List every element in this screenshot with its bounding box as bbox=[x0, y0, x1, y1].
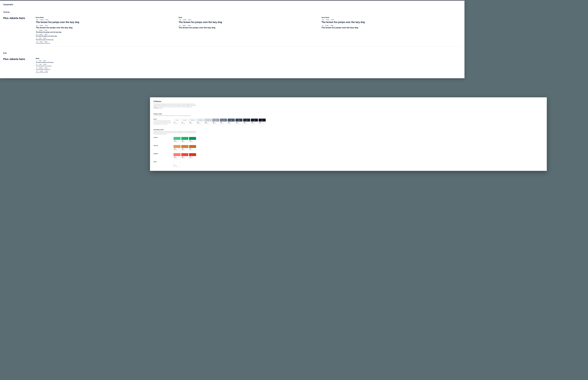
hex: #D0D5DD bbox=[205, 123, 211, 124]
step: 800 bbox=[244, 122, 250, 123]
step: 500 bbox=[220, 122, 226, 123]
hex: #E4E7EC bbox=[197, 123, 203, 124]
headings-row: Plus Jakarta Sans Extra BoldXXL47.78px50… bbox=[3, 17, 461, 44]
step: 400 bbox=[174, 157, 180, 157]
hex: #0C111D bbox=[259, 123, 265, 124]
chip: - bbox=[189, 145, 196, 148]
step: 400 bbox=[174, 149, 180, 149]
size-tags: XL39.81px50 line bbox=[321, 25, 461, 26]
brand-label: Brand bbox=[154, 118, 172, 120]
rating: - bbox=[192, 146, 193, 147]
rating: AA 4.95 bbox=[222, 120, 225, 121]
chip: - bbox=[174, 137, 181, 140]
rating: - bbox=[177, 154, 177, 155]
tag: 42 line bbox=[44, 30, 48, 31]
palette-label: Positive bbox=[154, 137, 172, 143]
tag: M bbox=[36, 64, 38, 65]
chip: AA 4.63 bbox=[181, 119, 188, 121]
tag: 13.33px bbox=[38, 67, 43, 69]
rating: AA 4.49 bbox=[191, 120, 194, 121]
swatch-brand-300: 1.48300#D0D5DD bbox=[204, 118, 212, 125]
tag: 50 line bbox=[188, 19, 192, 20]
tag: 16px bbox=[39, 64, 42, 65]
weight-title: Bold bbox=[179, 17, 319, 18]
rating: 2.58 bbox=[215, 120, 217, 121]
sample-text: The brown fox jumps over the lazy dog bbox=[36, 31, 176, 33]
hex: #DF9B58 bbox=[174, 149, 180, 150]
tag: XXL bbox=[179, 19, 182, 20]
size-tags: S13.33px17 line bbox=[36, 67, 461, 69]
row-name: Negative bbox=[154, 153, 172, 154]
swatch-positive-400: -400#DF9B58 bbox=[173, 137, 181, 143]
tag: L bbox=[36, 30, 38, 31]
tag: XL bbox=[321, 25, 324, 26]
chip: - bbox=[181, 153, 188, 156]
swatch-brand-50: AA 4.6350#F9FAFB bbox=[181, 118, 188, 125]
sample-text: The brown fox jumps over the lazy dog bbox=[36, 69, 461, 70]
rating: AA 4.63 bbox=[183, 120, 186, 121]
size-tags: M27.65px35 line bbox=[36, 34, 176, 35]
hex: #F2F4F7 bbox=[190, 123, 195, 124]
chip: AAA bbox=[236, 119, 242, 121]
chip: AAA bbox=[259, 119, 266, 121]
tag: S bbox=[36, 38, 38, 39]
swatch-negative-600: -600#CA692C bbox=[189, 153, 196, 159]
swatch-positive-500: -500#D88037 bbox=[181, 137, 188, 143]
tag: 27.65px bbox=[39, 34, 43, 35]
swatches: -400#DF9B58-500#D88037-600#CA692C bbox=[173, 137, 536, 143]
tag: XL bbox=[179, 25, 181, 26]
sample-text: The brown fox jumps over the lazy dog bbox=[36, 65, 461, 66]
swatches: -400#DF9B58-500#D88037-600#CA692C bbox=[173, 145, 536, 151]
hex: #D88037 bbox=[182, 141, 188, 142]
step: 700 bbox=[236, 122, 242, 123]
hex: #D88037 bbox=[182, 157, 188, 158]
tag: XXL bbox=[321, 19, 325, 20]
weight-title: Semi Bold bbox=[321, 17, 461, 18]
sample-text: The brown fox jumps over the lazy dog bbox=[36, 62, 461, 63]
rating: - bbox=[192, 138, 193, 139]
swatch-brand-500: AA 4.95500#667085 bbox=[220, 118, 227, 125]
step: 500 bbox=[182, 149, 188, 149]
rating: - bbox=[184, 138, 185, 139]
tag: 20 line bbox=[43, 64, 47, 65]
wcag-link[interactable]: WCAG 2.1 bbox=[154, 106, 158, 107]
palette-row-warning: Warning-400#DF9B58-500#D88037-600#CA692C bbox=[154, 145, 536, 151]
hex: #CA692C bbox=[190, 157, 195, 158]
typography-card: Typography Headings Plus Jakarta Sans Ex… bbox=[0, 0, 464, 78]
weight-title: Extra Bold bbox=[36, 17, 176, 18]
rating: 3.99 bbox=[200, 120, 201, 121]
rating: - bbox=[177, 138, 177, 139]
headings-label: Headings bbox=[3, 11, 461, 13]
typography-title: Typography bbox=[3, 3, 461, 5]
rating: AAA bbox=[261, 120, 263, 121]
tag: 24 line bbox=[44, 41, 48, 42]
hex: #F9FAFB bbox=[182, 123, 188, 124]
chip-white: - bbox=[174, 161, 181, 164]
hex: #CA692C bbox=[190, 141, 195, 142]
font-name-headings: Plus Jakarta Sans bbox=[3, 17, 36, 44]
body-weight-col: BoldL18px23 lineThe brown fox jumps over… bbox=[36, 57, 461, 73]
sample-text: The brown fox jumps over the lazy dog bbox=[179, 26, 319, 29]
step: 25 bbox=[174, 122, 180, 123]
rating: - bbox=[184, 154, 185, 155]
rating: AAA bbox=[238, 120, 240, 121]
white-row: White - 0 #FFFFFF bbox=[154, 161, 536, 167]
swatch-white: - 0 #FFFFFF bbox=[173, 161, 181, 167]
palette-row-negative: Negative-400#DF9B58-500#D88037-600#CA692… bbox=[154, 153, 536, 159]
size-tags: XS19.2px24 line bbox=[36, 41, 176, 42]
chip: - bbox=[181, 145, 188, 148]
chip: - bbox=[181, 137, 188, 140]
body-label: Body bbox=[3, 52, 461, 54]
tag: 39.81px bbox=[325, 25, 329, 26]
swatch-brand-900: AAA900#101828 bbox=[251, 118, 258, 125]
swatch-warning-400: -400#DF9B58 bbox=[173, 145, 181, 151]
tag: S bbox=[36, 67, 38, 69]
hex: #DF9B58 bbox=[174, 157, 180, 158]
chip: AA 4.95 bbox=[220, 119, 227, 121]
tag: 23px bbox=[38, 38, 42, 39]
swatch-brand-100: AA 4.49100#F2F4F7 bbox=[189, 118, 196, 125]
body-row: Plus Jakarta Sans BoldL18px23 lineThe br… bbox=[3, 57, 461, 73]
chip: - bbox=[189, 153, 196, 156]
hex: #344054 bbox=[236, 123, 242, 124]
size-tags: XL39.81px50 line bbox=[36, 25, 176, 26]
